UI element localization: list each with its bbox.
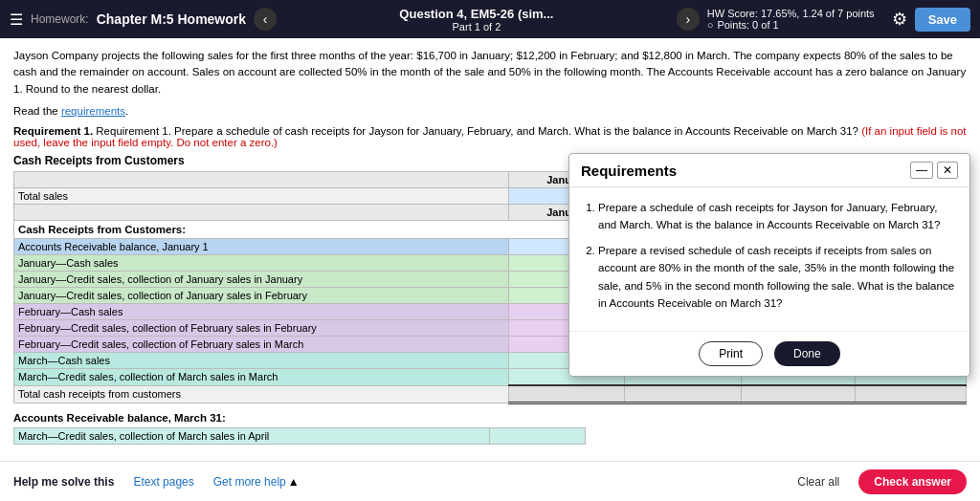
list-item: Prepare a revised schedule of cash recei… [598, 242, 958, 313]
nav-arrows-right: › [677, 8, 700, 31]
main-content: Jayson Company projects the following sa… [0, 38, 980, 461]
march-credit-april-input[interactable] [494, 430, 581, 442]
feb-cash-sales-label: February—Cash sales [14, 304, 509, 320]
print-button[interactable]: Print [699, 341, 763, 366]
read-requirements-link: Read the requirements. [13, 103, 967, 120]
jan-cash-sales-label: January—Cash sales [14, 255, 509, 272]
feb-credit-feb-label: February—Credit sales, collection of Feb… [14, 320, 509, 337]
modal-title: Requirements [581, 163, 677, 179]
next-question-button[interactable]: › [677, 8, 700, 31]
total-receipts-total-input[interactable] [859, 388, 962, 400]
list-item: Prepare a schedule of cash receipts for … [598, 199, 958, 234]
modal-body: Prepare a schedule of cash receipts for … [569, 187, 969, 331]
modal-footer: Print Done [569, 331, 969, 376]
jan-credit-feb-label: January—Credit sales, collection of Janu… [14, 288, 509, 304]
ar-balance-jan1-label: Accounts Receivable balance, January 1 [14, 239, 509, 255]
requirement-text: Requirement 1. Requirement 1. Prepare a … [13, 125, 967, 148]
jan-credit-jan-label: January—Credit sales, collection of Janu… [14, 272, 509, 288]
modal-controls: — ✕ [910, 162, 958, 179]
total-receipts-mar-input[interactable] [746, 388, 850, 400]
points-info: ○ Points: 0 of 1 [707, 19, 875, 31]
score-info: HW Score: 17.65%, 1.24 of 7 points ○ Poi… [707, 8, 875, 31]
close-modal-button[interactable]: ✕ [937, 162, 958, 179]
question-info: Question 4, EM5-26 (sim... Part 1 of 2 [399, 7, 553, 33]
total-sales-label: Total sales [14, 188, 509, 205]
problem-description: Jayson Company projects the following sa… [13, 48, 967, 98]
march-credit-mar-label: March—Credit sales, collection of March … [14, 369, 509, 386]
total-receipts-feb-input[interactable] [629, 388, 737, 400]
minimize-button[interactable]: — [910, 162, 933, 179]
top-navigation: ☰ Homework: Chapter M:5 Homework ‹ Quest… [0, 0, 980, 38]
homework-label: Homework: [31, 12, 89, 26]
march-credit-april-label: March—Credit sales, collection of March … [14, 428, 490, 445]
nav-arrows: ‹ [254, 8, 277, 31]
table-row: Total cash receipts from customers [14, 385, 967, 403]
question-title: Question 4, EM5-26 (sim... [399, 7, 553, 21]
points-text: Points: 0 of 1 [717, 19, 778, 31]
hw-score: HW Score: 17.65%, 1.24 of 7 points [707, 8, 875, 19]
circle-icon: ○ [707, 19, 714, 31]
total-receipts-jan-input[interactable] [513, 388, 620, 400]
settings-button[interactable]: ⚙ [892, 9, 907, 30]
ar-balance-section: Accounts Receivable balance, March 31: M… [13, 412, 967, 445]
feb-credit-mar-label: February—Credit sales, collection of Feb… [14, 337, 509, 353]
save-button[interactable]: Save [915, 8, 970, 32]
menu-icon[interactable]: ☰ [10, 11, 23, 29]
table-row: March—Credit sales, collection of March … [14, 428, 586, 445]
requirements-list: Prepare a schedule of cash receipts for … [598, 199, 958, 312]
ar-balance-table: March—Credit sales, collection of March … [13, 427, 586, 445]
empty-header2 [14, 205, 509, 221]
ar-balance-mar31-title: Accounts Receivable balance, March 31: [13, 412, 967, 424]
march-cash-sales-label: March—Cash sales [14, 353, 509, 369]
empty-header [14, 172, 509, 188]
total-cash-receipts-label: Total cash receipts from customers [14, 385, 509, 403]
question-subtitle: Part 1 of 2 [399, 21, 553, 33]
modal-header: Requirements — ✕ [569, 154, 969, 187]
requirements-modal: Requirements — ✕ Prepare a schedule of c… [568, 153, 970, 377]
page-title: Chapter M:5 Homework [97, 11, 246, 27]
prev-question-button[interactable]: ‹ [254, 8, 277, 31]
requirements-link[interactable]: requirements [61, 105, 125, 117]
done-button[interactable]: Done [774, 341, 840, 366]
